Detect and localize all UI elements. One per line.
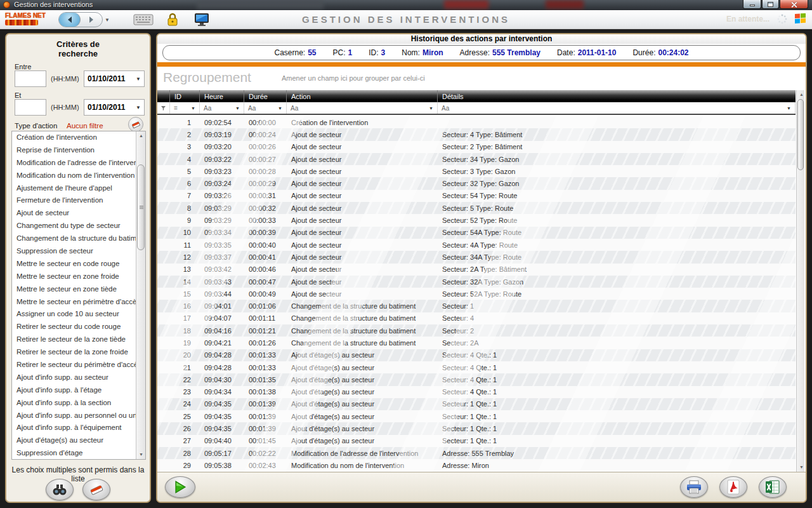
- table-row[interactable]: 2209:04:3000:01:35Ajout d'étage(s) au se…: [157, 373, 796, 385]
- table-row[interactable]: 909:03:2900:00:33Ajout de secteurSecteur…: [157, 214, 796, 226]
- table-row[interactable]: 209:03:1900:00:24Ajout de secteurSecteur…: [157, 128, 796, 140]
- filter-action[interactable]: Aa ▼: [287, 102, 438, 114]
- action-type-item[interactable]: Ajout d'info supp. au personnel ou unité: [12, 410, 145, 422]
- action-type-item[interactable]: Retirer le secteur du code rouge: [12, 321, 145, 333]
- chevron-down-icon[interactable]: ▼: [278, 106, 282, 110]
- action-type-item[interactable]: Retirer le secteur de la zone froide: [12, 346, 145, 359]
- action-type-item[interactable]: Ajout d'info supp. au secteur: [12, 371, 145, 384]
- action-type-item[interactable]: Retirer le secteur du périmètre d'accès …: [12, 359, 145, 371]
- clear-filter-button[interactable]: [128, 117, 143, 132]
- action-type-item[interactable]: Changement du type de secteur: [12, 220, 145, 232]
- filter-id[interactable]: = ▼: [170, 102, 200, 114]
- chevron-down-icon[interactable]: ▼: [429, 106, 433, 110]
- action-type-item[interactable]: Mettre le secteur en code rouge: [12, 258, 145, 271]
- table-row[interactable]: 409:03:2200:00:27Ajout de secteurSecteur…: [157, 153, 796, 165]
- table-row[interactable]: 2309:04:3400:01:38Ajout d'étage(s) au se…: [157, 386, 796, 398]
- minimize-button[interactable]: [743, 0, 761, 9]
- table-row[interactable]: 609:03:2400:00:29Ajout de secteurSecteur…: [157, 177, 796, 189]
- table-row[interactable]: 1809:04:1600:01:21Changement de la struc…: [157, 324, 796, 337]
- filter-heure[interactable]: Aa ▼: [200, 102, 244, 114]
- date-from-select[interactable]: 01/10/2011 ▼: [84, 70, 145, 87]
- table-row[interactable]: 2909:05:3800:02:43Modification du nom de…: [157, 459, 796, 471]
- table-row[interactable]: 2409:04:3500:01:39Ajout d'étage(s) au se…: [157, 398, 796, 410]
- action-type-item[interactable]: Ajout d'info supp. à l'étage: [12, 384, 145, 397]
- table-row[interactable]: 2809:05:1700:02:22Modification de l'adre…: [157, 447, 796, 459]
- table-row[interactable]: 1409:03:4300:00:47Ajout de secteurSecteu…: [157, 276, 796, 288]
- column-header-heure[interactable]: Heure: [200, 90, 244, 102]
- column-header-duree[interactable]: Durée: [244, 90, 287, 102]
- export-pdf-button[interactable]: [719, 476, 747, 498]
- chevron-down-icon[interactable]: ▼: [191, 106, 195, 110]
- cell-id: 2: [170, 131, 200, 138]
- grouping-zone[interactable]: Regroupement Amener un champ ici pour gr…: [157, 67, 806, 90]
- list-scrollbar-thumb[interactable]: [137, 164, 145, 250]
- action-type-item[interactable]: Mettre le secteur en périmètre d'accès i…: [12, 296, 145, 309]
- grid-scrollbar-thumb[interactable]: [797, 99, 804, 170]
- maximize-button[interactable]: [762, 0, 779, 9]
- grid-scrollbar[interactable]: ▲ ▼: [796, 90, 804, 472]
- action-type-item[interactable]: Ajout de secteur: [12, 207, 145, 220]
- table-row[interactable]: 809:03:2900:00:32Ajout de secteurSecteur…: [157, 202, 796, 214]
- scroll-up-icon[interactable]: ▲: [136, 131, 146, 140]
- action-type-item[interactable]: Modification de l'adresse de l'intervent…: [12, 157, 145, 170]
- table-row[interactable]: 1209:03:3700:00:41Ajout de secteurSecteu…: [157, 251, 796, 263]
- table-row[interactable]: 1609:04:0100:01:06Changement de la struc…: [157, 300, 796, 312]
- search-button[interactable]: [46, 479, 74, 500]
- table-row[interactable]: 509:03:2300:00:28Ajout de secteurSecteur…: [157, 165, 796, 177]
- date-to-select[interactable]: 01/10/2011 ▼: [84, 99, 145, 116]
- table-row[interactable]: 1109:03:3500:00:40Ajout de secteurSecteu…: [157, 239, 796, 251]
- table-row[interactable]: 2709:04:4000:01:45Ajout d'étage(s) au se…: [157, 435, 796, 447]
- cell-details: Secteur: 32 Type: Gazon: [438, 180, 796, 187]
- clear-search-button[interactable]: [82, 479, 110, 500]
- list-scrollbar[interactable]: ▲ ▼: [136, 131, 145, 459]
- action-type-item[interactable]: Ajout d'étage(s) au secteur: [12, 434, 145, 447]
- scroll-up-icon[interactable]: ▲: [797, 90, 806, 99]
- table-row[interactable]: 1009:03:3400:00:39Ajout de secteurSecteu…: [157, 227, 796, 239]
- filter-duree[interactable]: Aa ▼: [244, 102, 287, 114]
- filter-funnel-cell[interactable]: [157, 102, 170, 114]
- table-row[interactable]: 109:02:5400:00:00Création de l'intervent…: [157, 116, 796, 128]
- table-row[interactable]: 709:03:2600:00:31Ajout de secteurSecteur…: [157, 190, 796, 202]
- chevron-down-icon[interactable]: ▼: [235, 106, 240, 110]
- time-to-input[interactable]: [15, 99, 46, 116]
- close-button[interactable]: [780, 0, 808, 9]
- action-type-item[interactable]: Mettre le secteur en zone tiède: [12, 283, 145, 296]
- table-row[interactable]: 1909:04:2100:01:26Changement de la struc…: [157, 337, 796, 349]
- chevron-down-icon: ▼: [136, 105, 141, 110]
- table-row[interactable]: 2009:04:2800:01:33Ajout d'étage(s) au se…: [157, 349, 796, 361]
- action-type-item[interactable]: Fermeture de l'intervention: [12, 194, 145, 207]
- scroll-down-icon[interactable]: ▼: [136, 450, 146, 459]
- action-type-item[interactable]: Changement de la structure du batiment: [12, 232, 145, 245]
- column-header-id[interactable]: ID: [170, 90, 200, 102]
- filter-details[interactable]: Aa ▼: [438, 102, 796, 114]
- table-row[interactable]: 1309:03:4200:00:46Ajout de secteurSecteu…: [157, 264, 796, 276]
- table-row[interactable]: 2609:04:3500:01:39Ajout d'étage(s) au se…: [157, 422, 796, 434]
- column-header-action[interactable]: Action: [287, 90, 438, 102]
- chevron-down-icon[interactable]: ▼: [787, 106, 791, 110]
- cell-id: 8: [170, 204, 200, 212]
- action-type-item[interactable]: Suppression d'étage: [12, 447, 145, 460]
- column-header-details[interactable]: Détails: [438, 90, 796, 102]
- time-from-input[interactable]: [15, 70, 46, 87]
- action-type-item[interactable]: Retirer le secteur de la zone tiède: [12, 333, 145, 346]
- table-row[interactable]: 1709:04:0700:01:11Changement de la struc…: [157, 312, 796, 324]
- table-row[interactable]: 2509:04:3500:01:39Ajout d'étage(s) au se…: [157, 410, 796, 422]
- print-button[interactable]: [680, 476, 708, 498]
- action-type-item[interactable]: Suppression de secteur: [12, 245, 145, 258]
- action-type-item[interactable]: Assigner un code 10 au secteur: [12, 308, 145, 321]
- action-type-item[interactable]: Reprise de l'intervention: [12, 144, 145, 157]
- table-row[interactable]: 1509:03:4400:00:49Ajout de secteurSecteu…: [157, 288, 796, 300]
- action-type-item[interactable]: Ajout d'info supp. à l'équipement: [12, 422, 145, 434]
- action-type-item[interactable]: Création de l'intervention: [12, 131, 145, 144]
- table-row[interactable]: 309:03:2000:00:26Ajout de secteurSecteur…: [157, 141, 796, 153]
- action-type-item[interactable]: Mettre le secteur en zone froide: [12, 271, 145, 283]
- action-type-item[interactable]: Ajustement de l'heure d'appel: [12, 182, 145, 195]
- action-type-item[interactable]: Ajout d'info supp. à la section: [12, 397, 145, 410]
- action-type-item[interactable]: Modification du nom de l'intervention: [12, 170, 145, 182]
- scroll-down-icon[interactable]: ▼: [797, 463, 806, 472]
- table-row[interactable]: 2109:04:2800:01:33Ajout d'étage(s) au se…: [157, 361, 796, 373]
- cell-heure: 09:04:16: [200, 327, 244, 335]
- play-button[interactable]: [165, 476, 195, 498]
- export-excel-button[interactable]: [759, 476, 787, 498]
- cell-details: Secteur: 2 Type: Bâtiment: [438, 143, 796, 150]
